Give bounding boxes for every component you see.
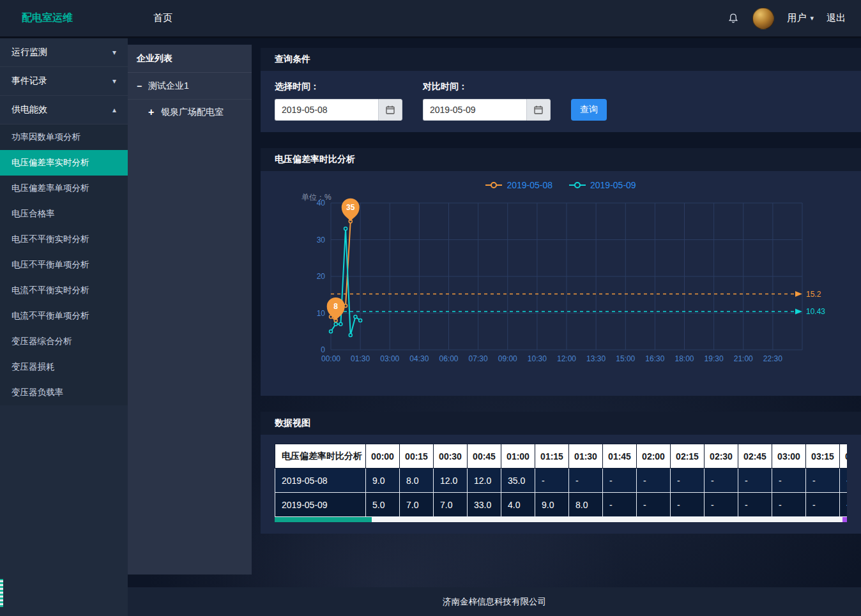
svg-text:09:00: 09:00 [498, 354, 517, 363]
sidebar-item-10[interactable]: 变压器负载率 [0, 380, 128, 405]
chevron-down-icon: ▾ [112, 77, 116, 86]
sidebar-group-energy[interactable]: 供电能效 ▴ [0, 96, 128, 124]
svg-text:19:30: 19:30 [705, 354, 724, 363]
table-cell: 8.0 [400, 469, 434, 493]
page-scrollbar[interactable] [0, 579, 3, 607]
nav-home[interactable]: 首页 [153, 12, 172, 24]
table-scrollbar-end [842, 517, 847, 522]
data-view-title: 数据视图 [261, 412, 861, 435]
table-cell: - [772, 493, 806, 517]
sidebar-item-8[interactable]: 变压器综合分析 [0, 329, 128, 354]
sidebar-item-6[interactable]: 电流不平衡实时分析 [0, 278, 128, 303]
table-row: 2019-05-095.07.07.033.04.09.08.0-------- [275, 493, 848, 517]
table-cell: 33.0 [468, 493, 501, 517]
table-row-label: 2019-05-08 [275, 469, 366, 493]
table-header-cell: 03:15 [806, 444, 840, 469]
table-cell: - [738, 493, 772, 517]
table-scrollbar[interactable] [275, 517, 847, 522]
legend-marker-icon [485, 182, 502, 188]
table-header-cell: 02:45 [738, 444, 772, 469]
data-table-clip: 电压偏差率时比分析00:0000:1500:3000:4501:0001:150… [275, 444, 847, 517]
calendar-icon[interactable] [378, 99, 402, 121]
table-cell: 9.0 [535, 493, 569, 517]
sidebar-item-2[interactable]: 电压偏差率单项分析 [0, 176, 128, 201]
table-cell: 5.0 [366, 493, 400, 517]
table-header-cell: 00:30 [434, 444, 468, 469]
sidebar-submenu: 功率因数单项分析电压偏差率实时分析电压偏差率单项分析电压合格率电压不平衡实时分析… [0, 124, 128, 405]
chevron-down-icon: ▾ [810, 14, 814, 22]
sidebar-item-3[interactable]: 电压合格率 [0, 201, 128, 227]
sidebar-item-7[interactable]: 电流不平衡单项分析 [0, 303, 128, 329]
table-header-cell: 02:30 [705, 444, 738, 469]
svg-text:0: 0 [321, 345, 325, 354]
table-cell: 35.0 [501, 469, 535, 493]
table-cell: - [772, 469, 806, 493]
svg-text:00:00: 00:00 [321, 354, 340, 363]
app-brand: 配电室运维 [0, 11, 128, 25]
table-cell: - [603, 469, 637, 493]
enterprise-panel: 企业列表 − 测试企业1 + 银泉广场配电室 [128, 45, 252, 575]
table-cell: - [840, 493, 848, 517]
table-cell: 9.0 [366, 469, 400, 493]
legend-item[interactable]: 2019-05-09 [569, 180, 636, 190]
select-time-input[interactable] [275, 99, 378, 121]
data-view-panel: 数据视图 电压偏差率时比分析00:0000:1500:3000:4501:000… [261, 412, 861, 534]
chart-panel-title: 电压偏差率时比分析 [261, 148, 861, 171]
enterprise-subitem-label: 银泉广场配电室 [161, 107, 224, 118]
app-root: 配电室运维 首页 用户 ▾ 退出 运行监测 ▾ 事件记 [0, 0, 861, 616]
sidebar-group-label: 运行监测 [11, 47, 47, 58]
enterprise-subitem[interactable]: + 银泉广场配电室 [128, 100, 252, 125]
voltage-deviation-chart: 单位：%01020304000:0001:3003:0004:3006:0007… [261, 193, 861, 375]
table-header-cell: 01:30 [569, 444, 603, 469]
svg-text:15:00: 15:00 [616, 354, 635, 363]
sidebar-item-5[interactable]: 电压不平衡单项分析 [0, 252, 128, 278]
calendar-icon[interactable] [526, 99, 551, 121]
svg-text:35: 35 [346, 203, 355, 212]
table-header-cell: 01:45 [603, 444, 637, 469]
sidebar-group-events[interactable]: 事件记录 ▾ [0, 67, 128, 96]
svg-text:18:00: 18:00 [674, 354, 694, 363]
legend-label: 2019-05-09 [590, 180, 636, 190]
table-cell: 4.0 [501, 493, 535, 517]
sidebar-item-4[interactable]: 电压不平衡实时分析 [0, 227, 128, 252]
chart-legend: 2019-05-082019-05-09 [261, 180, 861, 190]
enterprise-item[interactable]: − 测试企业1 [128, 73, 252, 100]
query-button[interactable]: 查询 [571, 99, 607, 121]
company-name: 济南金梓信息科技有限公司 [443, 596, 546, 608]
enterprise-item-label: 测试企业1 [148, 80, 189, 92]
sidebar-group-monitoring[interactable]: 运行监测 ▾ [0, 38, 128, 67]
table-cell: 7.0 [400, 493, 434, 517]
svg-text:07:30: 07:30 [469, 354, 488, 363]
table-cell: 12.0 [434, 469, 468, 493]
user-avatar[interactable] [752, 8, 774, 29]
chevron-up-icon: ▴ [112, 105, 116, 114]
svg-text:40: 40 [317, 199, 326, 207]
expand-icon[interactable]: + [148, 107, 161, 118]
sidebar-group-label: 供电能效 [11, 104, 47, 116]
compare-time-input[interactable] [423, 99, 526, 121]
user-menu-label: 用户 [787, 12, 806, 24]
collapse-icon[interactable]: − [137, 81, 148, 91]
svg-text:20: 20 [317, 272, 326, 281]
table-cell: - [637, 469, 671, 493]
table-cell: - [671, 469, 705, 493]
svg-text:15.2: 15.2 [806, 290, 821, 299]
table-body: 2019-05-089.08.012.012.035.0----------20… [275, 469, 848, 517]
table-cell: - [671, 493, 705, 517]
notification-bell-icon[interactable] [727, 12, 740, 25]
table-header-cell: 02:00 [637, 444, 671, 469]
svg-text:30: 30 [317, 236, 326, 244]
user-menu[interactable]: 用户 ▾ [787, 12, 814, 24]
sidebar-item-0[interactable]: 功率因数单项分析 [0, 124, 128, 150]
table-header-row: 电压偏差率时比分析00:0000:1500:3000:4501:0001:150… [275, 444, 848, 469]
svg-text:22:30: 22:30 [763, 354, 782, 363]
table-scrollbar-thumb[interactable] [275, 517, 372, 522]
data-table: 电压偏差率时比分析00:0000:1500:3000:4501:0001:150… [275, 444, 847, 517]
svg-text:04:30: 04:30 [409, 354, 429, 363]
table-cell: - [738, 469, 772, 493]
sidebar-item-1[interactable]: 电压偏差率实时分析 [0, 150, 128, 176]
sidebar-item-9[interactable]: 变压器损耗 [0, 354, 128, 380]
logout-button[interactable]: 退出 [827, 12, 846, 24]
legend-item[interactable]: 2019-05-08 [485, 180, 552, 190]
page-footer: 济南金梓信息科技有限公司 [128, 587, 861, 616]
